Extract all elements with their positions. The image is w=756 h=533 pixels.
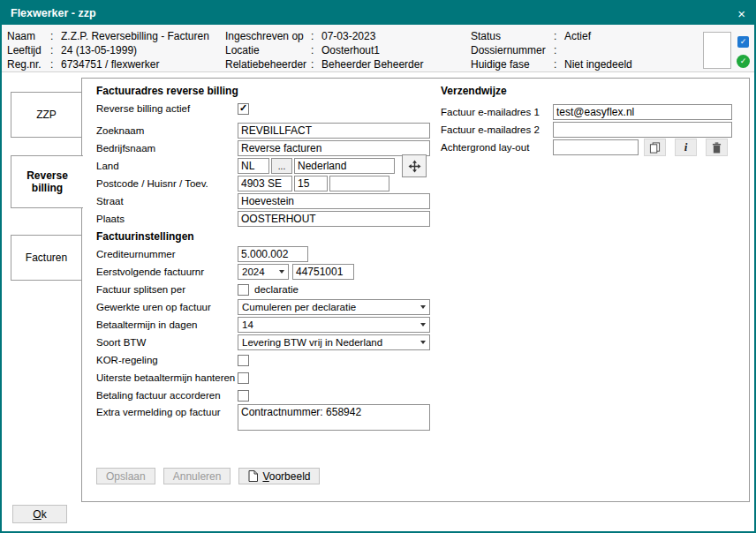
tab-reverse-billing[interactable]: Reverse billing bbox=[11, 155, 83, 208]
select-layout-button[interactable] bbox=[644, 139, 666, 156]
soort-btw-label: Soort BTW bbox=[96, 337, 238, 348]
betaling-accorderen-checkbox[interactable] bbox=[238, 390, 249, 402]
ok-button[interactable]: Ok bbox=[12, 505, 67, 523]
delete-layout-button[interactable] bbox=[706, 139, 728, 156]
chevron-down-icon bbox=[279, 270, 284, 274]
annuleren-button[interactable]: Annuleren bbox=[163, 468, 231, 484]
land-label: Land bbox=[96, 161, 238, 171]
layout-info-button[interactable]: i bbox=[675, 139, 697, 156]
dossiernummer-label: Dossiernummer bbox=[471, 43, 554, 57]
move-icon bbox=[408, 160, 421, 173]
select-value: 14 bbox=[242, 319, 417, 330]
huidige-fase-label: Huidige fase bbox=[471, 57, 554, 71]
section-factuurinstellingen: Factuurinstellingen bbox=[96, 229, 515, 244]
email2-label: Factuur e-mailadres 2 bbox=[441, 124, 553, 135]
zoeknaam-label: Zoeknaam bbox=[96, 125, 238, 136]
kor-regeling-checkbox[interactable] bbox=[238, 355, 249, 366]
factuur-splitsen-checkbox[interactable] bbox=[238, 284, 249, 296]
select-value: 2024 bbox=[242, 266, 276, 277]
header-col-registration: Ingeschreven op:07-03-2023 Locatie:Ooste… bbox=[225, 29, 423, 71]
email2-input[interactable] bbox=[553, 122, 732, 138]
extra-vermelding-textarea[interactable]: Contractnummer: 658942 bbox=[238, 404, 430, 431]
ingeschreven-label: Ingeschreven op bbox=[225, 29, 311, 43]
email1-input[interactable] bbox=[553, 104, 732, 120]
status-value: Actief bbox=[564, 30, 591, 42]
reverse-billing-actief-label: Reverse billing actief bbox=[96, 103, 238, 114]
regnr-label: Reg.nr. bbox=[7, 57, 50, 71]
blue-check-icon: ✓ bbox=[737, 36, 749, 48]
title-bar: Flexwerker - zzp × bbox=[2, 2, 754, 25]
opslaan-button[interactable]: Opslaan bbox=[96, 468, 155, 484]
chevron-down-icon bbox=[420, 305, 426, 309]
betaaltermijn-label: Betaaltermijn in dagen bbox=[96, 319, 238, 330]
factuurnr-label: Eerstvolgende factuurnr bbox=[96, 266, 238, 277]
gewerkte-uren-label: Gewerkte uren op factuur bbox=[96, 302, 238, 312]
plaats-input[interactable] bbox=[238, 211, 430, 227]
declaratie-label: declaratie bbox=[254, 284, 299, 295]
status-indicators: ✓ ✓ bbox=[737, 36, 750, 68]
kor-regeling-label: KOR-regeling bbox=[96, 355, 238, 365]
tab-zzp[interactable]: ZZP bbox=[11, 92, 82, 138]
uiterste-betaaltermijn-label: Uiterste betaaltermijn hanteren bbox=[96, 372, 238, 383]
naam-label: Naam bbox=[7, 29, 50, 43]
layout-icon-buttons: i bbox=[644, 139, 728, 156]
land-name-input[interactable] bbox=[294, 158, 395, 174]
reverse-billing-checkbox[interactable]: ✓ bbox=[238, 103, 249, 115]
check-icon: ✓ bbox=[239, 103, 247, 113]
huidige-fase-value: Niet ingedeeld bbox=[564, 58, 632, 71]
select-value: Levering BTW vrij in Nederland bbox=[242, 337, 417, 348]
trash-icon bbox=[712, 142, 722, 154]
chevron-down-icon bbox=[420, 323, 426, 327]
extra-vermelding-label: Extra vermelding op factuur bbox=[96, 404, 238, 417]
form-buttons: Opslaan Annuleren Voorbeeld bbox=[96, 468, 515, 484]
leeftijd-value: 24 (13-05-1999) bbox=[61, 44, 137, 56]
postcode-input[interactable] bbox=[238, 176, 292, 191]
ingeschreven-value: 07-03-2023 bbox=[321, 30, 375, 42]
relatiebeheerder-label: Relatiebeheerder bbox=[225, 57, 311, 71]
header-col-status: Status:Actief Dossiernummer: Huidige fas… bbox=[471, 29, 632, 71]
uiterste-betaaltermijn-checkbox[interactable] bbox=[238, 372, 249, 384]
gewerkte-uren-select[interactable]: Cumuleren per declaratie bbox=[238, 299, 430, 315]
straat-label: Straat bbox=[96, 196, 238, 206]
preview-document-icon bbox=[248, 470, 258, 482]
locatie-value: Oosterhout1 bbox=[321, 44, 380, 56]
reverse-billing-panel: Factuuradres reverse billing Reverse bil… bbox=[81, 78, 750, 502]
photo-placeholder bbox=[703, 32, 731, 69]
verzendwijze-form: Verzendwijze Factuur e-mailadres 1 Factu… bbox=[441, 82, 746, 156]
land-code-input[interactable] bbox=[238, 158, 269, 174]
postcode-label: Postcode / Huisnr / Toev. bbox=[96, 178, 238, 189]
toevoeging-input[interactable] bbox=[329, 176, 389, 191]
chevron-down-icon bbox=[420, 341, 426, 344]
regnr-value: 6734751 / flexwerker bbox=[61, 58, 159, 71]
leeftijd-label: Leeftijd bbox=[7, 43, 50, 57]
relatiebeheerder-value: Beheerder Beheerder bbox=[321, 58, 423, 71]
header-info: Naam:Z.Z.P. Reversebilling - Facturen Le… bbox=[2, 25, 754, 72]
header-col-personal: Naam:Z.Z.P. Reversebilling - Facturen Le… bbox=[7, 29, 209, 71]
factuurnr-year-select[interactable]: 2024 bbox=[238, 264, 289, 280]
crediteurnummer-label: Crediteurnummer bbox=[96, 249, 238, 259]
close-icon[interactable]: × bbox=[737, 7, 745, 20]
plaats-label: Plaats bbox=[96, 214, 238, 224]
soort-btw-select[interactable]: Levering BTW vrij in Nederland bbox=[238, 334, 430, 350]
betaaltermijn-select[interactable]: 14 bbox=[238, 317, 430, 333]
flexwerker-window: Flexwerker - zzp × Naam:Z.Z.P. Reversebi… bbox=[0, 0, 756, 533]
window-title: Flexwerker - zzp bbox=[11, 7, 96, 19]
achtergrond-layout-label: Achtergrond lay-out bbox=[441, 142, 553, 153]
factuurnr-input[interactable] bbox=[292, 264, 354, 280]
info-icon: i bbox=[684, 140, 688, 154]
voorbeeld-button[interactable]: Voorbeeld bbox=[238, 468, 320, 484]
select-value: Cumuleren per declaratie bbox=[242, 302, 417, 312]
crediteurnummer-input[interactable] bbox=[238, 246, 308, 262]
email1-label: Factuur e-mailadres 1 bbox=[441, 107, 553, 117]
main-area: ZZP Reverse billing Facturen Factuuradre… bbox=[2, 72, 754, 531]
land-browse-button[interactable]: ... bbox=[271, 158, 292, 174]
straat-input[interactable] bbox=[238, 193, 430, 209]
betaling-accorderen-label: Betaling factuur accorderen bbox=[96, 390, 238, 401]
zoeknaam-input[interactable] bbox=[238, 123, 430, 139]
achtergrond-layout-input[interactable] bbox=[553, 139, 639, 155]
huisnr-input[interactable] bbox=[294, 176, 328, 191]
locatie-label: Locatie bbox=[225, 43, 311, 57]
move-address-button[interactable] bbox=[402, 154, 427, 177]
tab-facturen[interactable]: Facturen bbox=[11, 235, 82, 281]
naam-value: Z.Z.P. Reversebilling - Facturen bbox=[61, 30, 209, 42]
